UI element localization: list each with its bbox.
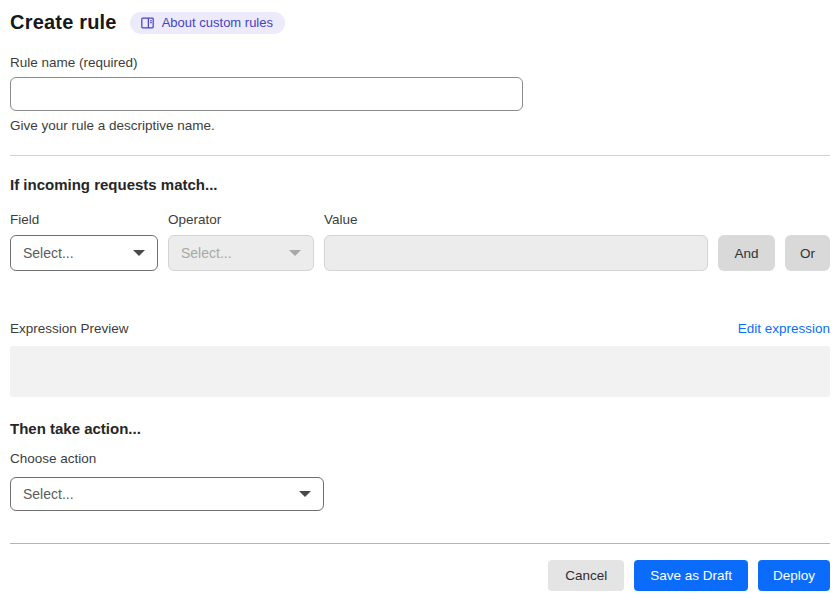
page-header: Create rule About custom rules: [10, 11, 830, 34]
cancel-button[interactable]: Cancel: [548, 560, 624, 591]
footer-divider: [10, 543, 830, 544]
book-docs-icon: [140, 16, 155, 30]
field-label: Field: [10, 212, 158, 227]
condition-builder-row: Field Operator Value Select... Select...…: [10, 212, 830, 271]
chevron-down-icon: [299, 491, 311, 497]
field-select-value: Select...: [23, 245, 74, 261]
footer-actions: Cancel Save as Draft Deploy: [10, 560, 830, 591]
chevron-down-icon: [289, 250, 301, 256]
page-title: Create rule: [10, 11, 117, 34]
field-select[interactable]: Select...: [10, 235, 158, 271]
chevron-down-icon: [133, 250, 145, 256]
section-divider-top: [10, 155, 830, 156]
match-section-heading: If incoming requests match...: [10, 176, 830, 193]
create-rule-page: Create rule About custom rules Rule name…: [0, 0, 839, 597]
or-button[interactable]: Or: [785, 235, 830, 271]
action-section-heading: Then take action...: [10, 420, 830, 437]
rule-name-input[interactable]: [10, 77, 523, 111]
operator-select-value: Select...: [181, 245, 232, 261]
expression-preview-header: Expression Preview Edit expression: [10, 321, 830, 336]
about-custom-rules-link[interactable]: About custom rules: [130, 12, 285, 34]
about-custom-rules-label: About custom rules: [162, 16, 273, 29]
value-label: Value: [324, 212, 708, 227]
expression-preview-box: [10, 346, 830, 397]
expression-preview-label: Expression Preview: [10, 321, 129, 336]
edit-expression-link[interactable]: Edit expression: [738, 321, 830, 336]
value-input[interactable]: [324, 235, 708, 271]
choose-action-value: Select...: [23, 486, 74, 502]
operator-select[interactable]: Select...: [168, 235, 314, 271]
save-as-draft-button[interactable]: Save as Draft: [634, 560, 748, 591]
and-button[interactable]: And: [718, 235, 775, 271]
deploy-button[interactable]: Deploy: [758, 560, 830, 591]
operator-label: Operator: [168, 212, 314, 227]
choose-action-select[interactable]: Select...: [10, 477, 324, 511]
choose-action-label: Choose action: [10, 451, 830, 466]
rule-name-label: Rule name (required): [10, 55, 830, 70]
rule-name-helper: Give your rule a descriptive name.: [10, 118, 830, 133]
